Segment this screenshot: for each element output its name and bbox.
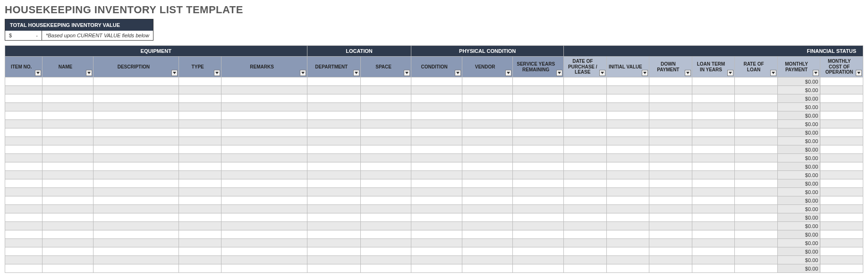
table-cell[interactable] <box>513 145 564 154</box>
table-cell[interactable] <box>735 111 778 120</box>
table-cell[interactable] <box>221 162 307 171</box>
table-cell[interactable] <box>411 86 462 94</box>
table-cell[interactable] <box>462 188 513 196</box>
table-cell[interactable] <box>5 94 43 103</box>
table-cell[interactable]: $0.00 <box>777 171 820 179</box>
filter-button-description[interactable] <box>171 70 178 76</box>
table-cell[interactable] <box>307 179 360 188</box>
table-cell[interactable] <box>820 162 863 171</box>
table-cell[interactable] <box>5 137 43 145</box>
table-cell[interactable] <box>513 128 564 137</box>
table-cell[interactable]: $0.00 <box>777 77 820 86</box>
table-cell[interactable] <box>221 77 307 86</box>
table-cell[interactable] <box>462 222 513 230</box>
table-cell[interactable] <box>735 103 778 111</box>
table-cell[interactable] <box>820 205 863 213</box>
table-cell[interactable] <box>93 256 179 264</box>
table-cell[interactable] <box>360 179 411 188</box>
table-cell[interactable]: $0.00 <box>777 213 820 222</box>
table-cell[interactable] <box>735 213 778 222</box>
table-cell[interactable] <box>820 196 863 205</box>
table-cell[interactable] <box>649 188 692 196</box>
table-cell[interactable] <box>735 256 778 264</box>
table-cell[interactable] <box>360 111 411 120</box>
table-cell[interactable] <box>411 94 462 103</box>
table-cell[interactable] <box>360 128 411 137</box>
table-cell[interactable] <box>692 94 735 103</box>
table-cell[interactable] <box>735 247 778 256</box>
table-cell[interactable] <box>179 264 221 273</box>
table-cell[interactable] <box>221 213 307 222</box>
table-cell[interactable] <box>462 86 513 94</box>
table-cell[interactable] <box>5 145 43 154</box>
table-cell[interactable] <box>360 256 411 264</box>
table-cell[interactable] <box>649 145 692 154</box>
table-cell[interactable] <box>820 247 863 256</box>
table-cell[interactable]: $0.00 <box>777 256 820 264</box>
table-cell[interactable] <box>43 128 94 137</box>
table-cell[interactable] <box>563 120 606 128</box>
table-cell[interactable] <box>411 145 462 154</box>
table-cell[interactable] <box>221 145 307 154</box>
table-cell[interactable] <box>462 239 513 247</box>
table-cell[interactable]: $0.00 <box>777 128 820 137</box>
table-cell[interactable] <box>43 120 94 128</box>
table-cell[interactable] <box>563 179 606 188</box>
table-cell[interactable]: $0.00 <box>777 188 820 196</box>
table-cell[interactable] <box>93 77 179 86</box>
filter-button-date-purchase[interactable] <box>599 70 605 76</box>
table-cell[interactable] <box>221 111 307 120</box>
table-cell[interactable] <box>43 145 94 154</box>
table-cell[interactable] <box>43 264 94 273</box>
table-cell[interactable] <box>563 171 606 179</box>
table-cell[interactable] <box>606 239 649 247</box>
table-cell[interactable] <box>606 137 649 145</box>
table-cell[interactable] <box>360 230 411 239</box>
table-cell[interactable] <box>5 230 43 239</box>
table-cell[interactable] <box>513 154 564 162</box>
table-cell[interactable] <box>221 230 307 239</box>
table-cell[interactable] <box>735 145 778 154</box>
table-cell[interactable] <box>513 171 564 179</box>
table-cell[interactable] <box>563 196 606 205</box>
table-cell[interactable] <box>307 103 360 111</box>
table-cell[interactable] <box>43 162 94 171</box>
table-cell[interactable] <box>179 120 221 128</box>
table-cell[interactable]: $0.00 <box>777 94 820 103</box>
table-cell[interactable] <box>692 196 735 205</box>
table-cell[interactable] <box>462 171 513 179</box>
table-cell[interactable] <box>93 137 179 145</box>
table-cell[interactable] <box>513 162 564 171</box>
table-cell[interactable] <box>820 264 863 273</box>
table-cell[interactable] <box>462 77 513 86</box>
table-cell[interactable] <box>649 77 692 86</box>
table-cell[interactable] <box>513 196 564 205</box>
table-cell[interactable] <box>179 137 221 145</box>
table-cell[interactable] <box>692 213 735 222</box>
table-cell[interactable] <box>179 86 221 94</box>
filter-button-item-no[interactable] <box>35 70 41 76</box>
table-cell[interactable] <box>735 137 778 145</box>
table-cell[interactable] <box>649 154 692 162</box>
table-cell[interactable] <box>43 239 94 247</box>
table-cell[interactable] <box>513 137 564 145</box>
table-cell[interactable] <box>360 154 411 162</box>
table-cell[interactable] <box>411 222 462 230</box>
table-cell[interactable] <box>563 128 606 137</box>
table-cell[interactable] <box>462 256 513 264</box>
table-cell[interactable] <box>563 137 606 145</box>
table-cell[interactable] <box>93 120 179 128</box>
table-cell[interactable] <box>462 145 513 154</box>
table-cell[interactable] <box>563 205 606 213</box>
table-cell[interactable] <box>93 205 179 213</box>
table-cell[interactable] <box>513 188 564 196</box>
table-cell[interactable] <box>820 256 863 264</box>
table-cell[interactable] <box>462 230 513 239</box>
table-cell[interactable] <box>221 205 307 213</box>
table-cell[interactable] <box>5 222 43 230</box>
table-cell[interactable] <box>43 179 94 188</box>
table-cell[interactable] <box>179 77 221 86</box>
table-cell[interactable] <box>411 171 462 179</box>
table-cell[interactable] <box>179 103 221 111</box>
filter-button-monthly-cost-op[interactable] <box>856 70 862 76</box>
